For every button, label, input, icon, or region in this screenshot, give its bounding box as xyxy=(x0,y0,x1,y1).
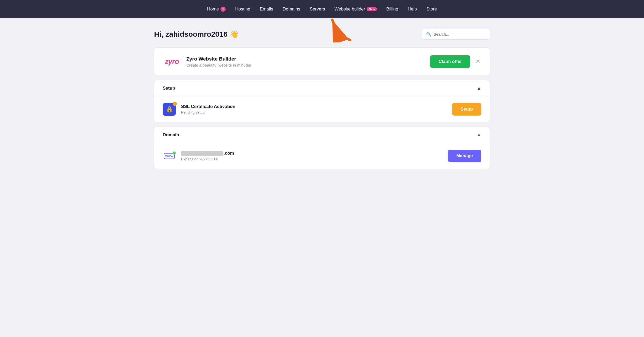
search-box[interactable]: 🔍 xyxy=(422,29,490,40)
nav-label-help: Help xyxy=(408,7,417,12)
setup-card: Setup ▲ 🔒 SSL Certificate Activation Pen… xyxy=(154,80,490,122)
nav-item-servers[interactable]: Servers xyxy=(310,7,325,12)
search-input[interactable] xyxy=(434,32,485,36)
nav-label-website-builder: Website builder xyxy=(335,7,365,12)
nav-label-home: Home xyxy=(207,7,219,12)
promo-subtitle: Create a beautiful website in minutes xyxy=(186,63,425,67)
domain-blurred-part xyxy=(181,151,223,156)
domain-section-title: Domain xyxy=(163,132,179,138)
ssl-info: SSL Certificate Activation Pending setup xyxy=(181,104,447,115)
promo-actions: Claim offer ✕ xyxy=(430,55,481,68)
close-promo-button[interactable]: ✕ xyxy=(474,57,481,66)
nav-item-billing[interactable]: Billing xyxy=(386,7,398,12)
www-text-label: www xyxy=(164,153,175,159)
www-icon: www xyxy=(163,149,176,162)
setup-button[interactable]: Setup xyxy=(452,103,481,116)
nav-item-help[interactable]: Help xyxy=(408,7,417,12)
nav-label-hosting: Hosting xyxy=(235,7,250,12)
nav-label-billing: Billing xyxy=(386,7,398,12)
nav-items: Home 1 Hosting Emails Domains Servers We… xyxy=(207,7,437,12)
domain-card: Domain ▲ www .com Expires on 2022-11-06 … xyxy=(154,127,490,169)
search-icon: 🔍 xyxy=(426,32,431,37)
nav-item-website-builder[interactable]: Website builder New xyxy=(335,7,377,12)
main-content: Hi, zahidsoomro2016 👋 🔍 zyro Zyro Websit… xyxy=(138,18,506,184)
nav-label-domains: Domains xyxy=(283,7,300,12)
promo-title: Zyro Website Builder xyxy=(186,56,425,62)
nav-label-servers: Servers xyxy=(310,7,325,12)
header-row: Hi, zahidsoomro2016 👋 🔍 xyxy=(154,29,490,40)
zyro-logo-text: zyro xyxy=(165,57,179,66)
nav-badge-home: 1 xyxy=(220,7,226,12)
zyro-logo: zyro xyxy=(163,55,181,68)
domain-chevron-icon[interactable]: ▲ xyxy=(477,132,481,138)
promo-card-inner: zyro Zyro Website Builder Create a beaut… xyxy=(154,48,490,75)
ssl-badge-dot xyxy=(173,102,177,106)
nav-item-home[interactable]: Home 1 xyxy=(207,7,226,12)
promo-card: zyro Zyro Website Builder Create a beaut… xyxy=(154,47,490,76)
domain-expiry: Expires on 2022-11-06 xyxy=(181,157,443,161)
nav-label-store: Store xyxy=(426,7,437,12)
nav-label-emails: Emails xyxy=(260,7,273,12)
ssl-title: SSL Certificate Activation xyxy=(181,104,447,109)
setup-section-title: Setup xyxy=(163,86,175,91)
promo-info: Zyro Website Builder Create a beautiful … xyxy=(186,56,425,67)
claim-offer-button[interactable]: Claim offer xyxy=(430,55,470,68)
domain-section-header: Domain ▲ xyxy=(154,127,490,143)
setup-chevron-icon[interactable]: ▲ xyxy=(477,85,481,91)
nav-item-emails[interactable]: Emails xyxy=(260,7,273,12)
www-dot xyxy=(173,151,176,155)
nav-badge-new: New xyxy=(367,7,377,11)
nav-item-store[interactable]: Store xyxy=(426,7,437,12)
navbar: Home 1 Hosting Emails Domains Servers We… xyxy=(0,0,644,18)
domain-info: .com Expires on 2022-11-06 xyxy=(181,151,443,161)
greeting-text: Hi, zahidsoomro2016 👋 xyxy=(154,30,239,39)
ssl-icon: 🔒 xyxy=(163,103,176,116)
lock-icon: 🔒 xyxy=(166,106,173,113)
nav-item-domains[interactable]: Domains xyxy=(283,7,300,12)
nav-item-hosting[interactable]: Hosting xyxy=(235,7,250,12)
domain-name: .com xyxy=(181,151,443,156)
ssl-subtitle: Pending setup xyxy=(181,110,447,115)
manage-button[interactable]: Manage xyxy=(448,150,481,162)
domain-item-row: www .com Expires on 2022-11-06 Manage xyxy=(154,143,490,169)
ssl-item-row: 🔒 SSL Certificate Activation Pending set… xyxy=(154,96,490,122)
setup-section-header: Setup ▲ xyxy=(154,80,490,96)
